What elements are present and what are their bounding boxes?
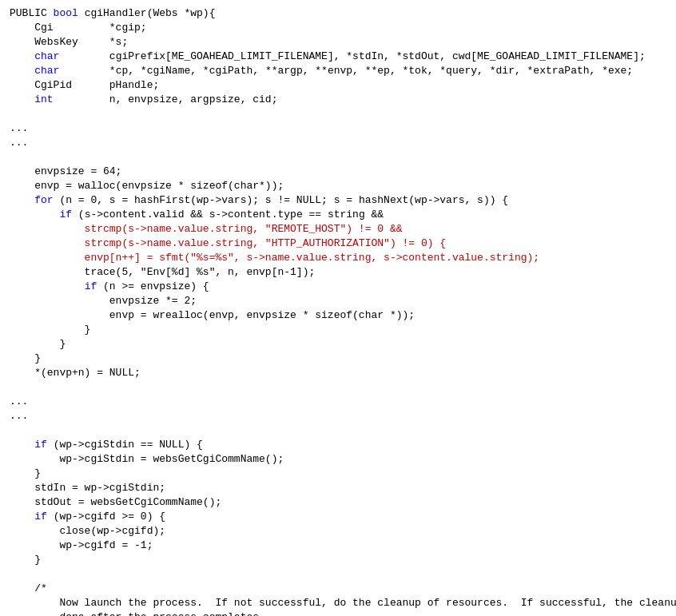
code-line: ... [0,395,676,409]
code-line: ... [0,409,676,423]
code-line: Cgi *cgip; [0,21,676,35]
code-line: if (s->content.valid && s->content.type … [0,208,676,222]
code-line [0,150,676,165]
code-line: wp->cgifd = -1; [0,539,676,553]
code-line [0,107,676,121]
code-line: envp[n++] = sfmt("%s=%s", s->name.value.… [0,251,676,265]
code-line: char *cp, *cgiName, *cgiPath, **argp, **… [0,64,676,78]
code-line: /* [0,582,676,596]
code-line: strcmp(s->name.value.string, "HTTP_AUTHO… [0,236,676,251]
code-viewer: PUBLIC bool cgiHandler(Webs *wp){ Cgi *c… [0,0,676,616]
code-line: stdIn = wp->cgiStdin; [0,481,676,495]
code-line: } [0,323,676,337]
code-line [0,423,676,438]
code-line: } [0,467,676,481]
code-line: close(wp->cgifd); [0,524,676,539]
code-line: CgiPid pHandle; [0,78,676,93]
code-line: *(envp+n) = NULL; [0,366,676,380]
code-line: trace(5, "Env[%d] %s", n, envp[n-1]); [0,265,676,280]
code-line: if (wp->cgifd >= 0) { [0,510,676,524]
code-line: ... [0,136,676,150]
code-line: envpsize = 64; [0,165,676,179]
code-line: } [0,337,676,352]
code-line: } [0,352,676,366]
code-line: wp->cgiStdin = websGetCgiCommName(); [0,452,676,467]
code-line: } [0,553,676,567]
code-line: done after the process completes. [0,610,676,616]
code-line: Now launch the process. If not successfu… [0,596,676,610]
code-line: stdOut = websGetCgiCommName(); [0,495,676,510]
code-line: envp = walloc(envpsize * sizeof(char*)); [0,179,676,193]
code-line [0,380,676,395]
code-line: if (wp->cgiStdin == NULL) { [0,438,676,452]
code-line: ... [0,121,676,136]
code-line: envp = wrealloc(envp, envpsize * sizeof(… [0,308,676,323]
code-line: char cgiPrefix[ME_GOAHEAD_LIMIT_FILENAME… [0,50,676,64]
code-line: WebsKey *s; [0,35,676,50]
code-line: for (n = 0, s = hashFirst(wp->vars); s !… [0,193,676,208]
code-line: envpsize *= 2; [0,294,676,308]
code-line: strcmp(s->name.value.string, "REMOTE_HOS… [0,222,676,236]
code-line: PUBLIC bool cgiHandler(Webs *wp){ [0,6,676,21]
code-line [0,567,676,582]
code-line: if (n >= envpsize) { [0,280,676,294]
code-line: int n, envpsize, argpsize, cid; [0,93,676,107]
